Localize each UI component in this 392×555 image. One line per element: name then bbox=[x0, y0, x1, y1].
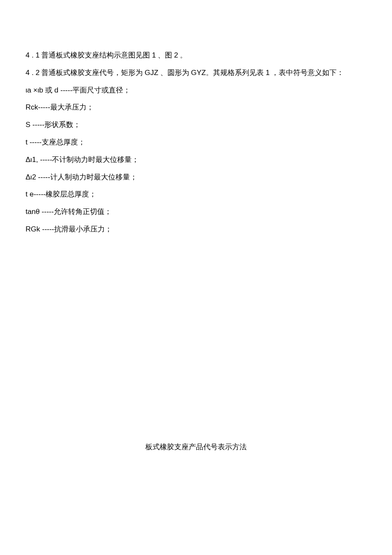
text: 、圆形为 bbox=[159, 69, 191, 77]
symbol: Δι1, ----- bbox=[26, 156, 52, 164]
symbol: t e----- bbox=[26, 190, 46, 198]
section-4-1: 4 . 1 普通板式橡胶支座结构示意图见图 1 、图 2 。 bbox=[26, 47, 366, 64]
description: 抗滑最小承压力； bbox=[54, 225, 112, 233]
footer-title: 板式橡胶支座产品代号表示方法 bbox=[26, 439, 366, 456]
symbol: RGk ----- bbox=[26, 225, 54, 233]
definition-row: t -----支座总厚度； bbox=[26, 134, 366, 151]
description: 最大承压力； bbox=[50, 103, 94, 111]
section-4-2: 4 . 2 普通板式橡胶支座代号，矩形为 GJZ 、圆形为 GYZ。其规格系列见… bbox=[26, 64, 366, 82]
definition-row: Δι2 -----计人制动力时最大位移量； bbox=[26, 169, 366, 186]
text: 普通板式橡胶支座结构示意图见图 bbox=[40, 51, 152, 59]
definition-row: S -----形状系数； bbox=[26, 116, 366, 134]
description: 不计制动力时最大位移量； bbox=[52, 156, 139, 164]
section-number: 4 . 2 bbox=[26, 69, 40, 77]
definition-row: Rck-----最大承压力； bbox=[26, 99, 366, 116]
symbol: Δι2 ----- bbox=[26, 173, 50, 181]
symbol: Rck----- bbox=[26, 103, 50, 111]
description: 橡胶层总厚度； bbox=[46, 190, 96, 198]
symbol: tanθ ----- bbox=[26, 208, 54, 216]
symbol: t ----- bbox=[26, 138, 42, 146]
definition-row: tanθ -----允许转角正切值； bbox=[26, 203, 366, 221]
symbol: ιa ×ιb 或 d ----- bbox=[26, 86, 72, 94]
description: 允许转角正切值； bbox=[54, 208, 112, 216]
description: 支座总厚度； bbox=[42, 138, 85, 146]
table-ref: 1 bbox=[265, 69, 269, 77]
definition-row: Δι1, -----不计制动力时最大位移量； bbox=[26, 151, 366, 169]
definition-row: ιa ×ιb 或 d -----平面尺寸或直径； bbox=[26, 82, 366, 99]
code-gjz: GJZ bbox=[145, 69, 159, 77]
text: ，表中符号意义如下： bbox=[270, 69, 344, 77]
code-gyz: GYZ bbox=[191, 69, 206, 77]
definition-row: RGk -----抗滑最小承压力； bbox=[26, 221, 366, 238]
section-number: 4 . 1 bbox=[26, 51, 40, 59]
figure-1-ref: 1 bbox=[152, 51, 156, 59]
text: 。 bbox=[178, 51, 187, 59]
text: 。其规格系列见表 bbox=[206, 69, 265, 77]
text: 、图 bbox=[156, 51, 174, 59]
symbol: S ----- bbox=[26, 121, 44, 129]
description: 平面尺寸或直径； bbox=[72, 86, 130, 94]
figure-2-ref: 2 bbox=[174, 51, 178, 59]
description: 计人制动力时最大位移量； bbox=[50, 173, 137, 181]
definition-row: t e-----橡胶层总厚度； bbox=[26, 186, 366, 203]
text: 普通板式橡胶支座代号，矩形为 bbox=[40, 69, 145, 77]
description: 形状系数； bbox=[44, 121, 81, 129]
